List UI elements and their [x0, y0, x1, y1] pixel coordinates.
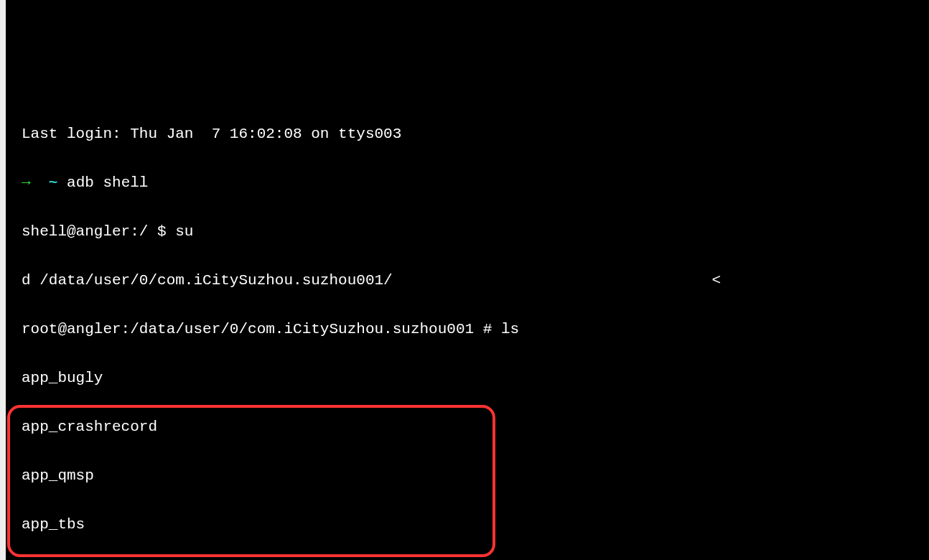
- ls-entry: app_bugly: [22, 366, 929, 391]
- last-login-line: Last login: Thu Jan 7 16:02:08 on ttys00…: [22, 122, 929, 146]
- cd-path: d /data/user/0/com.iCitySuzhou.suzhou001…: [22, 272, 393, 289]
- cmd-su: su: [175, 223, 193, 240]
- cd-line: d /data/user/0/com.iCitySuzhou.suzhou001…: [22, 269, 929, 293]
- terminal-output[interactable]: Last login: Thu Jan 7 16:02:08 on ttys00…: [11, 98, 929, 560]
- prompt-root: root@angler:/data/user/0/com.iCitySuzhou…: [22, 321, 501, 337]
- prompt-tilde: ~: [49, 174, 58, 191]
- ls-entry: app_crashrecord: [22, 415, 929, 439]
- cmd-ls: ls: [501, 321, 519, 337]
- prompt-arrow: →: [22, 174, 49, 191]
- cmd-adb-shell: adb shell: [57, 174, 148, 191]
- prompt-line-adb: → ~ adb shell: [22, 171, 929, 195]
- prompt-line-ls: root@angler:/data/user/0/com.iCitySuzhou…: [22, 317, 929, 342]
- prompt-shell: shell@angler:/ $: [22, 223, 175, 240]
- prompt-line-su: shell@angler:/ $ su: [22, 220, 929, 244]
- ls-entry: app_qmsp: [22, 464, 929, 488]
- ls-entry: app_tbs: [22, 513, 929, 537]
- cd-caret: <: [711, 269, 929, 293]
